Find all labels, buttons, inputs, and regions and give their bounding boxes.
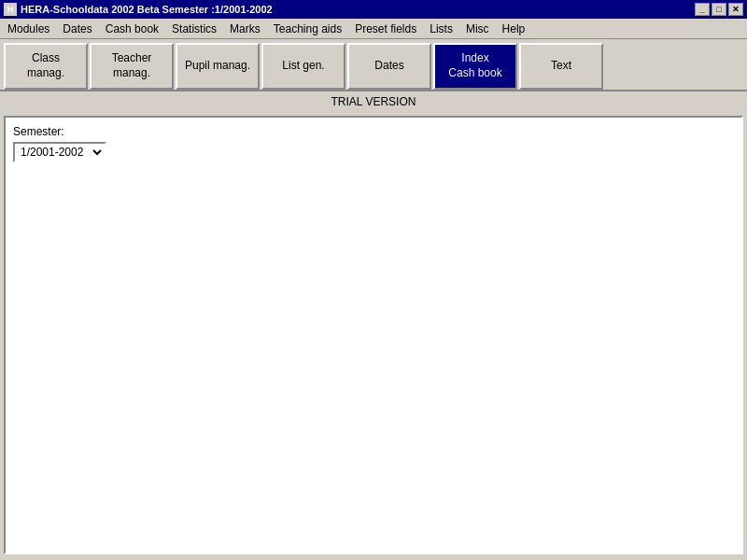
- maximize-button[interactable]: □: [712, 3, 726, 16]
- window-controls[interactable]: _ □ ✕: [695, 3, 743, 16]
- toolbar-btn-6[interactable]: Text: [519, 43, 603, 90]
- toolbar-btn-1[interactable]: Teacher manag.: [90, 43, 174, 90]
- menu-item-dates[interactable]: Dates: [57, 21, 97, 37]
- close-button[interactable]: ✕: [728, 3, 743, 16]
- toolbar-btn-2[interactable]: Pupil manag.: [176, 43, 260, 90]
- menu-item-misc[interactable]: Misc: [460, 21, 495, 37]
- toolbar: Class manag.Teacher manag.Pupil manag.Li…: [0, 39, 747, 91]
- toolbar-btn-4[interactable]: Dates: [347, 43, 431, 90]
- menu-item-help[interactable]: Help: [497, 21, 531, 37]
- menu-item-cash-book[interactable]: Cash book: [100, 21, 164, 37]
- title-bar: H HERA-Schooldata 2002 Beta Semester :1/…: [0, 0, 747, 19]
- toolbar-btn-0[interactable]: Class manag.: [4, 43, 88, 90]
- semester-label: Semester:: [13, 125, 734, 138]
- menu-item-lists[interactable]: Lists: [424, 21, 458, 37]
- window-title: HERA-Schooldata 2002 Beta Semester :1/20…: [21, 4, 273, 15]
- minimize-button[interactable]: _: [695, 3, 710, 16]
- toolbar-btn-5[interactable]: Index Cash book: [433, 43, 517, 90]
- semester-select[interactable]: 1/2001-20022/2001-2002: [13, 142, 106, 162]
- menu-item-statistics[interactable]: Statistics: [166, 21, 222, 37]
- toolbar-btn-3[interactable]: List gen.: [261, 43, 345, 90]
- content-area: Semester: 1/2001-20022/2001-2002: [4, 116, 743, 554]
- menu-item-marks[interactable]: Marks: [224, 21, 266, 37]
- app-icon: H: [4, 3, 17, 16]
- menu-item-modules[interactable]: Modules: [2, 21, 55, 37]
- trial-version-label: TRIAL VERSION: [0, 91, 747, 112]
- menu-item-preset-fields[interactable]: Preset fields: [349, 21, 422, 37]
- menu-item-teaching-aids[interactable]: Teaching aids: [268, 21, 347, 37]
- menu-bar: ModulesDatesCash bookStatisticsMarksTeac…: [0, 19, 747, 39]
